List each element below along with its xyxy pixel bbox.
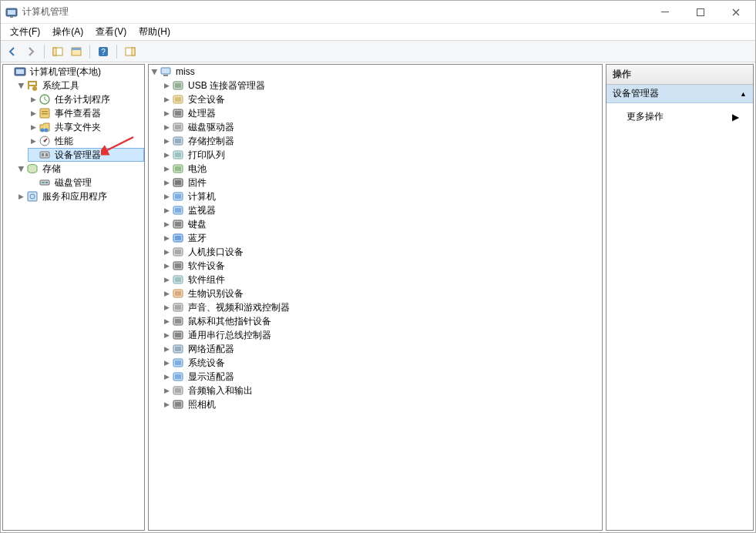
disk-management-icon xyxy=(39,176,51,189)
expander-icon[interactable]: ▶ xyxy=(161,94,172,105)
expander-icon[interactable]: ▶ xyxy=(161,149,172,160)
tree-node-device-manager[interactable]: ▶ 设备管理器 xyxy=(28,148,144,162)
nav-back-button[interactable] xyxy=(4,43,21,60)
expander-icon[interactable]: ▶ xyxy=(161,136,172,146)
network-adapters-icon xyxy=(172,343,184,355)
close-button[interactable] xyxy=(718,1,754,23)
expander-icon[interactable]: ▶ xyxy=(161,316,172,327)
device-category-mouse-pointing[interactable]: ▶鼠标和其他指针设备 xyxy=(161,314,602,328)
toolbar: ? xyxy=(1,41,755,62)
expander-icon[interactable]: ▶ xyxy=(161,357,172,368)
menu-view[interactable]: 查看(V) xyxy=(89,24,133,40)
device-category-software-devices[interactable]: ▶软件设备 xyxy=(161,259,602,273)
device-category-system-devices[interactable]: ▶系统设备 xyxy=(161,356,602,370)
device-category-usb-connector-manager[interactable]: ▶USB 连接器管理器 xyxy=(161,79,602,92)
expander-icon[interactable]: ⯆ xyxy=(149,66,160,77)
expander-icon[interactable]: ▶ xyxy=(161,233,172,243)
device-category-bluetooth[interactable]: ▶蓝牙 xyxy=(161,231,602,245)
device-category-disk-drives[interactable]: ▶磁盘驱动器 xyxy=(161,120,602,134)
console-tree-pane[interactable]: ▶ 计算机管理(本地) ⯆ 系统工具 xyxy=(2,64,145,531)
expander-icon[interactable]: ▶ xyxy=(161,163,172,174)
expander-icon[interactable]: ▶ xyxy=(28,94,39,105)
device-category-monitors[interactable]: ▶监视器 xyxy=(161,203,602,217)
device-category-usb-controllers[interactable]: ▶通用串行总线控制器 xyxy=(161,328,602,342)
expander-icon[interactable]: ▶ xyxy=(161,191,172,202)
svg-rect-19 xyxy=(42,113,48,115)
expander-icon[interactable]: ▶ xyxy=(161,274,172,285)
device-category-label: 蓝牙 xyxy=(186,232,208,245)
maximize-button[interactable] xyxy=(683,1,718,23)
svg-rect-25 xyxy=(42,153,44,156)
tree-node-performance[interactable]: ▶ 性能 xyxy=(28,134,144,148)
svg-rect-54 xyxy=(175,208,181,213)
device-root-node[interactable]: ⯆ miss xyxy=(149,65,602,79)
device-category-security-devices[interactable]: ▶安全设备 xyxy=(161,92,602,106)
console-tree[interactable]: ▶ 计算机管理(本地) ⯆ 系统工具 xyxy=(3,65,144,203)
device-category-print-queues[interactable]: ▶打印队列 xyxy=(161,148,602,162)
expander-icon[interactable]: ▶ xyxy=(161,302,172,313)
device-category-batteries[interactable]: ▶电池 xyxy=(161,162,602,176)
device-tree[interactable]: ⯆ miss ▶USB 连接器管理器▶安全设备▶处理器▶磁盘驱动器▶存储控制器▶… xyxy=(149,65,602,411)
action-more[interactable]: 更多操作 ▶ xyxy=(610,108,750,126)
expander-icon[interactable]: ▶ xyxy=(161,122,172,132)
menu-action[interactable]: 操作(A) xyxy=(46,24,89,40)
device-category-firmware[interactable]: ▶固件 xyxy=(161,176,602,189)
device-category-display-adapters[interactable]: ▶显示适配器 xyxy=(161,370,602,384)
tree-node-system-tools[interactable]: ⯆ 系统工具 xyxy=(15,79,144,92)
device-category-audio-io[interactable]: ▶音频输入和输出 xyxy=(161,384,602,397)
tree-node-computer-management[interactable]: ▶ 计算机管理(本地) xyxy=(3,65,144,79)
device-category-software-components[interactable]: ▶软件组件 xyxy=(161,273,602,287)
expander-icon[interactable]: ▶ xyxy=(161,108,172,119)
tree-node-shared-folders[interactable]: ▶ 共享文件夹 xyxy=(28,120,144,134)
device-category-label: USB 连接器管理器 xyxy=(186,79,267,92)
device-category-network-adapters[interactable]: ▶网络适配器 xyxy=(161,342,602,356)
show-hide-action-pane-button[interactable] xyxy=(122,43,139,60)
expander-icon[interactable]: ▶ xyxy=(161,260,172,271)
device-category-cameras[interactable]: ▶照相机 xyxy=(161,397,602,411)
device-category-label: 键盘 xyxy=(186,218,208,231)
expander-icon[interactable]: ▶ xyxy=(161,344,172,354)
expander-icon[interactable]: ▶ xyxy=(28,122,39,132)
print-queues-icon xyxy=(172,149,184,161)
expander-icon[interactable]: ▶ xyxy=(161,219,172,230)
expander-icon[interactable]: ▶ xyxy=(161,246,172,257)
expander-icon[interactable]: ▶ xyxy=(161,177,172,188)
expander-icon[interactable]: ▶ xyxy=(161,371,172,382)
menu-help[interactable]: 帮助(H) xyxy=(133,24,176,40)
svg-rect-72 xyxy=(175,333,181,337)
expander-icon[interactable]: ▶ xyxy=(161,399,172,410)
expander-icon[interactable]: ▶ xyxy=(161,205,172,216)
device-category-sound-video-game[interactable]: ▶声音、视频和游戏控制器 xyxy=(161,300,602,314)
expander-icon[interactable]: ▶ xyxy=(161,330,172,340)
tree-node-services-apps[interactable]: ▶ 服务和应用程序 xyxy=(15,189,144,203)
device-category-storage-controllers[interactable]: ▶存储控制器 xyxy=(161,134,602,148)
device-category-biometric[interactable]: ▶生物识别设备 xyxy=(161,287,602,300)
menu-file[interactable]: 文件(F) xyxy=(4,24,46,40)
device-manager-pane[interactable]: ⯆ miss ▶USB 连接器管理器▶安全设备▶处理器▶磁盘驱动器▶存储控制器▶… xyxy=(148,64,603,531)
help-button[interactable]: ? xyxy=(95,43,112,60)
tree-node-disk-management[interactable]: ▶ 磁盘管理 xyxy=(28,176,144,189)
tree-node-storage[interactable]: ⯆ 存储 xyxy=(15,162,144,176)
minimize-button[interactable] xyxy=(647,1,683,23)
properties-button[interactable] xyxy=(68,43,85,60)
expander-icon[interactable]: ▶ xyxy=(161,80,172,91)
device-category-computer[interactable]: ▶计算机 xyxy=(161,189,602,203)
device-category-keyboards[interactable]: ▶键盘 xyxy=(161,217,602,231)
svg-rect-36 xyxy=(175,83,181,88)
device-category-hid[interactable]: ▶人机接口设备 xyxy=(161,245,602,259)
svg-rect-40 xyxy=(175,111,181,116)
expander-icon[interactable]: ▶ xyxy=(28,108,39,119)
expander-icon[interactable]: ⯆ xyxy=(15,80,26,91)
actions-selected-item[interactable]: 设备管理器 ▲ xyxy=(606,85,753,103)
tree-node-event-viewer[interactable]: ▶ 事件查看器 xyxy=(28,106,144,120)
nav-forward-button[interactable] xyxy=(22,43,39,60)
expander-icon[interactable]: ▶ xyxy=(28,136,39,146)
tree-node-task-scheduler[interactable]: ▶ 任务计划程序 xyxy=(28,92,144,106)
show-hide-console-tree-button[interactable] xyxy=(49,43,66,60)
expander-icon[interactable]: ▶ xyxy=(161,385,172,396)
expander-icon[interactable]: ▶ xyxy=(15,191,26,202)
device-category-processors[interactable]: ▶处理器 xyxy=(161,106,602,120)
expander-icon[interactable]: ▶ xyxy=(161,288,172,299)
expander-icon[interactable]: ⯆ xyxy=(15,163,26,174)
svg-rect-26 xyxy=(45,153,48,156)
